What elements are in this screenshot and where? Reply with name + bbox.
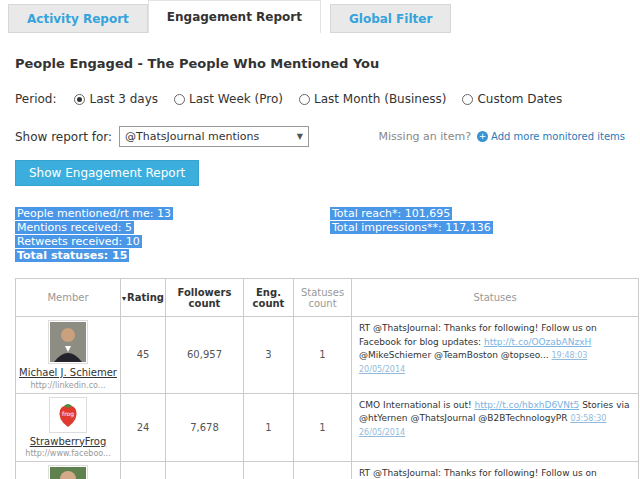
- status-url-link[interactable]: http://t.co/OOzabANzxH: [484, 337, 591, 347]
- svg-text:frog: frog: [62, 410, 74, 418]
- status-url-link[interactable]: http://t.co/hbxhD6VNt5: [475, 400, 580, 410]
- status-cell: RT @ThatsJournal: Thanks for following! …: [352, 317, 639, 394]
- tab-global-filter[interactable]: Global Filter: [330, 4, 451, 33]
- radio-label: Custom Dates: [477, 92, 562, 106]
- monitored-item-select[interactable]: @ThatsJournal mentions ▼: [119, 126, 309, 147]
- stat-mentions-received: Mentions received: 5: [15, 221, 134, 234]
- radio-custom-dates[interactable]: Custom Dates: [462, 92, 562, 106]
- radio-label: Last Week (Pro): [189, 92, 283, 106]
- tab-bar: Activity Report Engagement Report Global…: [0, 0, 640, 33]
- stats-summary: People mentioned/rt me: 13 Mentions rece…: [15, 207, 640, 263]
- table-row: frog StrawberryFrog http://www.faceboo..…: [16, 393, 639, 462]
- radio-selected-icon[interactable]: [74, 94, 85, 105]
- col-header-statuses-count[interactable]: Statuses count: [294, 279, 352, 317]
- followers-cell: 13,413: [166, 462, 244, 479]
- stats-right-column: Total reach*: 101,695 Total impressions*…: [330, 207, 493, 263]
- member-name-link[interactable]: StrawberryFrog: [18, 436, 118, 449]
- tab-engagement-report[interactable]: Engagement Report: [148, 0, 321, 33]
- member-url: http://www.faceboo...: [18, 449, 118, 458]
- followers-cell: 60,957: [166, 317, 244, 394]
- col-header-eng-count[interactable]: Eng. count: [244, 279, 294, 317]
- status-text: @MikeSchiemer @TeamBoston @topseo...: [359, 350, 552, 360]
- rating-cell: 22: [121, 462, 166, 479]
- missing-item-text: Missing an item?: [379, 130, 471, 143]
- table-header-row: Member ▾Rating Followers count Eng. coun…: [16, 279, 639, 317]
- select-value: @ThatsJournal mentions: [125, 130, 259, 143]
- col-header-followers-count[interactable]: Followers count: [166, 279, 244, 317]
- engagement-table: Member ▾Rating Followers count Eng. coun…: [15, 278, 639, 479]
- radio-last-month-business[interactable]: Last Month (Business): [299, 92, 447, 106]
- stat-retweets-received: Retweets received: 10: [15, 235, 142, 248]
- statuses-count-cell: 2: [294, 462, 352, 479]
- avatar: frog: [49, 397, 87, 433]
- show-engagement-report-button[interactable]: Show Engagement Report: [15, 160, 199, 186]
- avatar: [48, 465, 88, 479]
- page-title: People Engaged - The People Who Mentione…: [15, 56, 640, 71]
- show-report-for-label: Show report for:: [15, 130, 112, 144]
- member-photo-icon: [50, 467, 86, 479]
- radio-icon[interactable]: [462, 94, 473, 105]
- sort-desc-icon: ▾: [122, 294, 126, 303]
- stats-left-column: People mentioned/rt me: 13 Mentions rece…: [15, 207, 330, 263]
- chevron-down-icon: ▼: [297, 132, 303, 141]
- stat-people-mentioned: People mentioned/rt me: 13: [15, 207, 173, 220]
- add-icon[interactable]: +: [477, 131, 488, 142]
- strawberry-logo-icon: frog: [51, 399, 85, 431]
- avatar: [48, 320, 88, 364]
- tab-activity-report[interactable]: Activity Report: [8, 4, 148, 33]
- status-text: CMO International is out!: [359, 400, 475, 410]
- status-text: RT @ThatsJournal: Thanks for following! …: [359, 468, 597, 479]
- member-url: http://linkedin.co...: [18, 381, 118, 390]
- status-cell: CMO International is out! http://t.co/hb…: [352, 393, 639, 462]
- period-row: Period: Last 3 days Last Week (Pro) Last…: [15, 92, 640, 106]
- radio-icon[interactable]: [299, 94, 310, 105]
- stat-total-impressions: Total impressions**: 117,136: [330, 221, 493, 234]
- rating-cell: 24: [121, 393, 166, 462]
- followers-cell: 7,678: [166, 393, 244, 462]
- eng-count-cell: 3: [244, 317, 294, 394]
- period-label: Period:: [15, 92, 56, 106]
- table-row: David A Roberts http://davidrobert... 22…: [16, 462, 639, 479]
- missing-item-area: Missing an item? + Add more monitored it…: [379, 130, 625, 143]
- radio-last-week-pro[interactable]: Last Week (Pro): [174, 92, 283, 106]
- col-header-statuses[interactable]: Statuses: [352, 279, 639, 317]
- col-header-member[interactable]: Member: [16, 279, 121, 317]
- eng-count-cell: 4: [244, 462, 294, 479]
- stat-total-statuses: Total statuses: 15: [15, 249, 129, 262]
- report-selector-row: Show report for: @ThatsJournal mentions …: [15, 126, 625, 147]
- statuses-count-cell: 1: [294, 317, 352, 394]
- radio-icon[interactable]: [174, 94, 185, 105]
- member-photo-icon: [50, 322, 86, 362]
- radio-label: Last 3 days: [89, 92, 158, 106]
- add-monitored-items-link[interactable]: Add more monitored items: [491, 131, 625, 142]
- col-header-rating[interactable]: ▾Rating: [121, 279, 166, 317]
- stat-total-reach: Total reach*: 101,695: [330, 207, 452, 220]
- radio-last-3-days[interactable]: Last 3 days: [74, 92, 158, 106]
- statuses-count-cell: 1: [294, 393, 352, 462]
- table-row: Michael J. Schiemer http://linkedin.co..…: [16, 317, 639, 394]
- rating-cell: 45: [121, 317, 166, 394]
- radio-label: Last Month (Business): [314, 92, 447, 106]
- eng-count-cell: 1: [244, 393, 294, 462]
- status-cell: RT @ThatsJournal: Thanks for following! …: [352, 462, 639, 479]
- member-name-link[interactable]: Michael J. Schiemer: [18, 367, 118, 380]
